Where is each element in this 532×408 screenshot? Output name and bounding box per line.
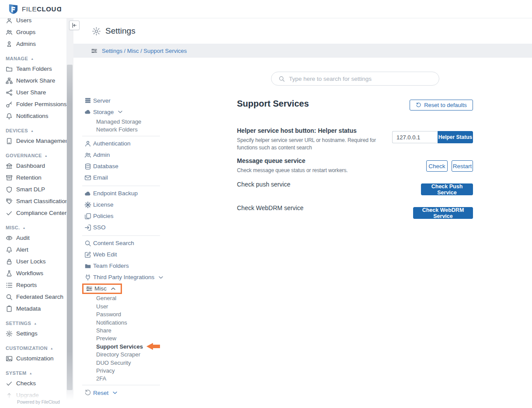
restart-button[interactable]: Restart — [452, 160, 473, 172]
sidebar-scrollbar-thumb[interactable] — [67, 65, 73, 390]
sidebar-collapse-button[interactable] — [69, 21, 80, 30]
sidebar-item-user-share[interactable]: User Share — [0, 86, 66, 98]
nav-subitem-label: User — [96, 303, 108, 310]
sidebar-item-checks[interactable]: Checks — [0, 377, 66, 389]
settings-search-input[interactable] — [289, 72, 439, 85]
sidebar-item-retention[interactable]: Retention — [0, 172, 66, 183]
sidebar-section-governance[interactable]: GOVERNANCE▲ — [0, 151, 66, 160]
settings-nav-subitem-managed-storage[interactable]: Managed Storage — [82, 118, 160, 125]
sidebar-item-users[interactable]: Users — [0, 18, 66, 26]
settings-nav-item-third-party-integrations[interactable]: Third Party Integrations — [82, 272, 160, 283]
settings-nav-item-content-search[interactable]: Content Search — [82, 238, 160, 249]
sidebar-item-admins[interactable]: Admins — [0, 38, 66, 50]
settings-nav-subitem-general[interactable]: General — [82, 294, 160, 302]
sidebar-section-customization[interactable]: CUSTOMIZATION▲ — [0, 344, 66, 353]
user-icon — [84, 140, 91, 147]
settings-nav-subitem-user[interactable]: User — [82, 302, 160, 310]
tablet-icon — [6, 138, 13, 145]
sidebar-item-workflows[interactable]: Workflows — [0, 267, 66, 279]
sidebar-item-label: Users — [16, 18, 31, 24]
sidebar-item-compliance-center[interactable]: Compliance Center — [0, 207, 66, 219]
settings-nav-item-storage[interactable]: Storage — [82, 106, 160, 118]
check-webdrm-service-button[interactable]: Check WebDRM Service — [413, 207, 473, 219]
section-label: GOVERNANCE — [6, 153, 42, 158]
settings-nav-subitem-network-folders[interactable]: Network Folders — [82, 125, 160, 133]
sidebar-item-dashboard[interactable]: Dashboard — [0, 160, 66, 172]
settings-nav-item-server[interactable]: Server — [82, 95, 160, 106]
sidebar-item-federated-search[interactable]: Federated Search — [0, 291, 66, 303]
helper-host-input[interactable] — [392, 131, 438, 143]
settings-nav-item-sso[interactable]: SSO — [82, 222, 160, 233]
sidebar-section-manage[interactable]: MANAGE▲ — [0, 54, 66, 63]
section-label: DEVICES — [6, 128, 28, 133]
breadcrumb-path[interactable]: Settings / Misc / Support Services — [102, 48, 187, 54]
sidebar-item-metadata[interactable]: Metadata — [0, 303, 66, 315]
setting-desc-message-queue: Check message queue status or restart wo… — [237, 167, 391, 174]
logo-text: FILECLOUD — [22, 5, 61, 13]
sidebar-item-audit[interactable]: Audit — [0, 232, 66, 244]
settings-nav-item-policies[interactable]: Policies — [82, 211, 160, 222]
sidebar-item-notifications[interactable]: Notifications — [0, 110, 66, 122]
collapse-caret-icon: ▲ — [31, 57, 34, 60]
sidebar-item-smart-dlp[interactable]: Smart DLP — [0, 183, 66, 195]
sidebar-item-alert[interactable]: Alert — [0, 244, 66, 256]
nav-item-label: Misc — [94, 285, 107, 292]
helper-status-button[interactable]: Helper Status — [438, 131, 473, 143]
sidebar-item-smart-classification[interactable]: Smart Classification — [0, 195, 66, 207]
settings-nav-subitem-notifications[interactable]: Notifications — [82, 318, 160, 326]
settings-nav-item-email[interactable]: Email — [82, 172, 160, 183]
sidebar-item-network-share[interactable]: Network Share — [0, 75, 66, 86]
divider — [82, 186, 160, 186]
settings-nav-subitem-share[interactable]: Share — [82, 326, 160, 334]
sidebar-section-system[interactable]: SYSTEM▲ — [0, 369, 66, 377]
nav-item-label: Database — [93, 163, 118, 169]
nav-item-label: Policies — [93, 213, 114, 219]
nav-item-label: Web Edit — [93, 251, 117, 258]
reset-to-defaults-button[interactable]: Reset to defaults — [410, 100, 473, 111]
settings-nav-subitem-password[interactable]: Password — [82, 311, 160, 318]
nav-item-label: Server — [93, 97, 111, 104]
nav-subitem-label: Share — [96, 327, 111, 334]
settings-nav-subitem-duo-security[interactable]: DUO Security — [82, 359, 160, 367]
settings-nav-item-misc[interactable]: Misc — [82, 283, 160, 294]
sidebar-item-team-folders[interactable]: Team Folders — [0, 63, 66, 75]
settings-nav-item-license[interactable]: License — [82, 199, 160, 211]
settings-nav-item-admin[interactable]: Admin — [82, 149, 160, 161]
search-icon — [278, 76, 285, 82]
settings-nav-item-database[interactable]: Database — [82, 161, 160, 172]
settings-nav-item-reset[interactable]: Reset — [82, 387, 160, 398]
sidebar-item-reports[interactable]: Reports — [0, 279, 66, 291]
check-icon — [6, 210, 13, 217]
settings-nav-item-web-edit[interactable]: Web Edit — [82, 249, 160, 260]
sidebar-item-groups[interactable]: Groups — [0, 26, 66, 38]
sidebar-item-label: Checks — [16, 380, 36, 387]
settings-nav-item-endpoint-backup[interactable]: Endpoint Backup — [82, 188, 160, 199]
settings-nav-item-authentication[interactable]: Authentication — [82, 138, 160, 149]
sidebar-item-device-management[interactable]: Device Management — [0, 135, 66, 147]
sidebar-item-label: Workflows — [16, 270, 43, 277]
setting-label-check-webdrm: Check WebDRM service — [237, 204, 303, 211]
filecloud-logo[interactable]: FILECLOUD — [8, 3, 61, 14]
settings-nav-subitem-privacy[interactable]: Privacy — [82, 367, 160, 374]
settings-nav-subitem-support-services[interactable]: Support Services — [82, 342, 160, 350]
sidebar-item-folder-permissions[interactable]: Folder Permissions — [0, 98, 66, 110]
settings-nav-subitem-directory-scraper[interactable]: Directory Scraper — [82, 351, 160, 359]
settings-nav-item-team-folders[interactable]: Team Folders — [82, 260, 160, 272]
content-title: Support Services — [237, 99, 309, 109]
sidebar-section-misc[interactable]: MISC.▲ — [0, 223, 66, 232]
sidebar-section-devices[interactable]: DEVICES▲ — [0, 126, 66, 135]
check-button[interactable]: Check — [426, 160, 448, 172]
sidebar-item-label: Dashboard — [16, 163, 45, 169]
sidebar-item-customization[interactable]: Customization — [0, 353, 66, 364]
settings-nav-subitem-preview[interactable]: Preview — [82, 335, 160, 342]
sidebar-item-user-locks[interactable]: User Locks — [0, 256, 66, 267]
chevron-down-icon — [157, 274, 164, 281]
settings-search — [271, 72, 439, 86]
check-push-service-button[interactable]: Check Push Service — [421, 183, 473, 195]
settings-nav-subitem-2fa[interactable]: 2FA — [82, 375, 160, 383]
sidebar-section-settings[interactable]: SETTINGS▲ — [0, 319, 66, 328]
nav-item-label: Admin — [93, 152, 110, 158]
sidebar-item-settings[interactable]: Settings — [0, 328, 66, 339]
clipboard-icon — [6, 305, 13, 312]
flask-icon — [6, 270, 13, 277]
